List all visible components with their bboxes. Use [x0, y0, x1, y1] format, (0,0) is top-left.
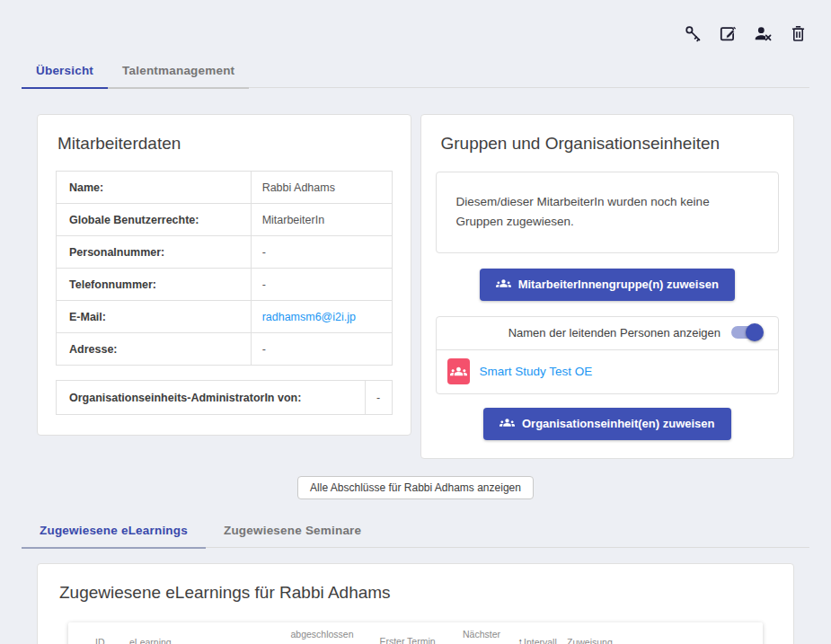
header-assignment[interactable]: Zuweisung — [567, 637, 670, 644]
field-value: - — [251, 236, 392, 269]
assign-org-units-button[interactable]: Organisationseinheit(en) zuweisen — [483, 408, 731, 440]
org-admin-table: Organisationseinheits-AdministratorIn vo… — [56, 380, 393, 415]
assign-groups-button-label: MitarbeiterInnengruppe(n) zuweisen — [518, 278, 719, 291]
org-admin-label: Organisationseinheits-AdministratorIn vo… — [57, 381, 366, 415]
assign-org-units-button-label: Organisationseinheit(en) zuweisen — [522, 417, 715, 430]
org-unit-row: Smart Study Test OE — [437, 350, 779, 393]
header-first-date[interactable]: Erster Termin — [369, 635, 446, 644]
edit-icon[interactable] — [718, 23, 738, 43]
elearnings-card-title: Zugewiesene eLearnings für Rabbi Adhams — [38, 564, 793, 615]
field-value: - — [251, 269, 392, 301]
cards-row: Mitarbeiterdaten Name: Rabbi Adhams Glob… — [37, 114, 794, 459]
show-all-completions-button[interactable]: Alle Abschlüsse für Rabbi Adhams anzeige… — [297, 476, 534, 499]
org-unit-link[interactable]: Smart Study Test OE — [480, 365, 593, 378]
table-row: Personalnummer: - — [57, 236, 393, 269]
field-value: MitarbeiterIn — [251, 204, 392, 236]
header-id: ID — [95, 637, 122, 644]
field-label: Telefonnummer: — [57, 269, 252, 301]
show-leaders-toggle[interactable] — [731, 326, 762, 339]
elearnings-table: ID eLearning abgeschlossen am Erster Ter… — [68, 622, 763, 644]
field-label: Adresse: — [57, 333, 252, 366]
header-interval[interactable]: ↑ Intervall — [517, 636, 567, 644]
tab-zugewiesene-elearnings[interactable]: Zugewiesene eLearnings — [22, 516, 206, 547]
remove-user-icon[interactable] — [753, 23, 773, 43]
field-value: Rabbi Adhams — [251, 172, 392, 204]
table-row: Name: Rabbi Adhams — [57, 172, 393, 204]
table-row: Adresse: - — [57, 333, 393, 366]
toolbar — [683, 23, 808, 43]
header-elearning[interactable]: eLearning — [122, 637, 275, 644]
employee-data-card: Mitarbeiterdaten Name: Rabbi Adhams Glob… — [37, 114, 411, 436]
tab-talentmanagement[interactable]: Talentmanagement — [108, 56, 249, 87]
field-label: Name: — [57, 172, 252, 204]
field-label: Globale Benutzerrechte: — [57, 204, 252, 236]
elearnings-card: Zugewiesene eLearnings für Rabbi Adhams … — [37, 563, 794, 644]
employee-table: Name: Rabbi Adhams Globale Benutzerrecht… — [56, 171, 393, 366]
header-next-date[interactable]: Nächster Termin — [446, 628, 517, 644]
delete-icon[interactable] — [788, 23, 808, 43]
field-value: - — [251, 333, 392, 366]
groups-card: Gruppen und Organisationseinheiten Diese… — [420, 114, 795, 459]
toggle-row: Namen der leitenden Personen anzeigen — [437, 317, 779, 350]
sort-ascending-icon: ↑ — [517, 636, 523, 644]
org-admin-value: - — [365, 381, 392, 415]
elearnings-table-header: ID eLearning abgeschlossen am Erster Ter… — [68, 622, 763, 644]
email-link[interactable]: radhamsm6@i2i.jp — [262, 311, 356, 323]
assignments-tabbar: Zugewiesene eLearnings Zugewiesene Semin… — [22, 516, 809, 548]
tab-zugewiesene-seminare[interactable]: Zugewiesene Seminare — [206, 516, 379, 547]
org-units-box: Namen der leitenden Personen anzeigen Sm… — [436, 316, 780, 394]
table-row: E-Mail: radhamsm6@i2i.jp — [57, 301, 393, 333]
table-row: Telefonnummer: - — [57, 269, 393, 301]
org-unit-icon — [447, 358, 470, 384]
header-completed[interactable]: abgeschlossen am — [275, 628, 369, 644]
assign-groups-button[interactable]: MitarbeiterInnengruppe(n) zuweisen — [480, 269, 735, 301]
field-label: E-Mail: — [57, 301, 252, 333]
table-row: Globale Benutzerrechte: MitarbeiterIn — [57, 204, 393, 236]
group-icon — [499, 415, 515, 433]
field-label: Personalnummer: — [57, 236, 252, 269]
header-interval-label: Intervall — [524, 637, 557, 644]
toggle-label: Namen der leitenden Personen anzeigen — [508, 326, 720, 340]
group-icon — [496, 276, 511, 294]
key-icon[interactable] — [683, 23, 703, 43]
tab-uebersicht[interactable]: Übersicht — [22, 56, 108, 87]
groups-card-title: Gruppen und Organisationseinheiten — [421, 115, 794, 169]
no-groups-message: Diesem/dieser MitarbeiterIn wurden noch … — [436, 172, 780, 253]
employee-card-title: Mitarbeiterdaten — [38, 115, 411, 169]
main-tabbar: Übersicht Talentmanagement — [22, 56, 809, 88]
table-row: Organisationseinheits-AdministratorIn vo… — [57, 381, 393, 415]
